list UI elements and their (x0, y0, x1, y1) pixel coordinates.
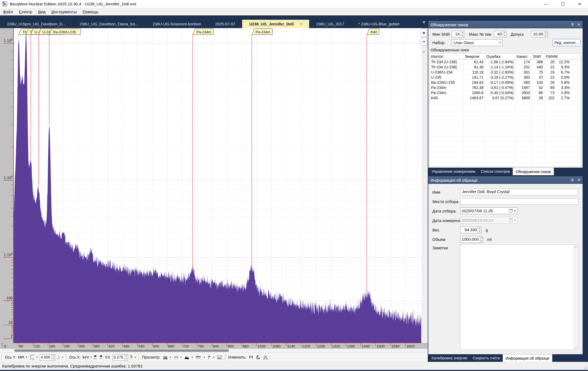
table-cell (515, 121, 532, 126)
x-axis-tick-label: 840 (213, 344, 219, 348)
tab-close-icon[interactable]: × (300, 22, 302, 27)
one-to-one-button[interactable]: 1:1 (105, 355, 110, 359)
sample-place-input[interactable] (460, 198, 578, 205)
y-scale-pow-button[interactable]: POW ▼ (28, 354, 39, 361)
spectrum-chart[interactable]: 1·1051·1041·103100101-560120180240300360… (0, 28, 428, 349)
menu-item-0[interactable]: Файл (0, 9, 16, 15)
weight-spinner[interactable]: 94.330▲▼ (460, 227, 481, 233)
isotope-set-combobox[interactable]: Uran Glass▼ (452, 39, 503, 46)
peaks-view-button[interactable]: ▼ (183, 355, 194, 360)
sample-name-input[interactable]: Jennifer Doll, Boyd Crystal (460, 189, 578, 195)
tab-overflow-button[interactable]: ▼ (421, 21, 427, 26)
peak-label-text: Pa-234m (196, 30, 211, 34)
place-label: Место отбора (432, 199, 458, 204)
hd-toggle-button[interactable]: HD ▼ (172, 355, 183, 360)
spectrum-tab-6[interactable]: * 238U-UG-Blue_goblet (351, 20, 406, 28)
table-header-row[interactable]: ИзотопЭнергияОшибкаКаналSNRFWHM (430, 54, 581, 59)
save-button[interactable] (248, 355, 255, 360)
column-header-0[interactable]: Изотоп (430, 54, 463, 59)
table-cell (556, 131, 571, 136)
y-exponent-spinner[interactable]: 4.000 ▲▼ (40, 354, 55, 360)
min-snr-spinner[interactable]: 14▲▼ (452, 31, 464, 37)
background-toggle-button[interactable]: BG ▼ (161, 355, 172, 360)
axis-x-label: Ось X: (69, 355, 81, 359)
x-sel-button[interactable]: ◀▶SEL (93, 355, 97, 360)
peak-panel-tab-0[interactable]: Управление измерением (429, 168, 478, 175)
sample-date-picker[interactable]: 2025/07/08 11:26 ▼ (460, 207, 517, 214)
menu-item-4[interactable]: Помощь (80, 9, 101, 15)
spectrum-tab-4[interactable]: U238_UG_Jennifer_Doll× (242, 20, 309, 28)
table-cell (515, 101, 532, 105)
column-header-1[interactable]: Энергия (463, 54, 485, 59)
chart-hscrollbar-thumb[interactable] (14, 349, 229, 352)
scroll-up-icon[interactable]: ▲ (574, 245, 577, 248)
table-cell (515, 131, 532, 136)
spectrum-tab-1[interactable]: 238U_UG_Davidson_Diana_bis... (73, 20, 146, 28)
table-row[interactable]: Th-234 (U-238)61.43-1.86 (-2.94%)1743882… (430, 59, 581, 65)
edit-isotopes-button[interactable]: Ред. изотоп... (553, 39, 581, 46)
menu-item-2[interactable]: Вид (35, 9, 48, 15)
x-axis-tick-label: 120 (34, 344, 40, 348)
y-mode-dropdown[interactable]: CNT.▼ (17, 355, 28, 359)
panel-close-icon[interactable]: ✕ (577, 22, 580, 27)
table-row[interactable]: Pa-234m1000.6-0.40 (-0.04%)260386732.8% (430, 90, 581, 95)
scroll-down-icon[interactable]: ▼ (574, 346, 577, 349)
pin-icon[interactable] (571, 178, 574, 182)
menu-item-3[interactable]: Инструменты (48, 9, 80, 15)
peak-panel-tab-1[interactable]: Список спектров (478, 168, 513, 175)
spectrum-tab-3[interactable]: 2025-07-07 (208, 20, 242, 28)
spectrum-tab-2[interactable]: 238U-UG-Sciamont-bonbon (145, 20, 208, 28)
notes-scrollbar[interactable]: ▲▼ (573, 245, 578, 350)
spectrum-tab-0[interactable]: 238U_n15pro_UG_Davidson_D... (0, 20, 73, 28)
marker-flag-button[interactable]: ▼ (206, 355, 216, 360)
cut-button[interactable] (262, 355, 269, 360)
reload-button[interactable] (255, 355, 262, 360)
chart-hscrollbar[interactable] (0, 349, 428, 352)
spectrum-tab-5[interactable]: 238U_UG_3117 (309, 20, 351, 28)
table-cell (485, 106, 515, 111)
pin-icon[interactable] (571, 23, 574, 27)
notes-textarea[interactable]: ▲▼ (460, 244, 578, 350)
panel-close-icon[interactable]: ✕ (577, 178, 580, 182)
x-axis-tick-label: 600 (153, 344, 159, 348)
menu-item-1[interactable]: Спектр (16, 9, 35, 15)
sample-panel-tab-2[interactable]: Информация об образце (503, 354, 553, 362)
table-row[interactable]: Pa-234m762.39-3.61 (-0.47%)198742653.3% (430, 85, 581, 90)
table-row[interactable]: Th-234 (U-238)91.36-1.14 (-1.24%)2524402… (430, 65, 581, 70)
peak-panel-tab-2[interactable]: Обнаружение пиков (513, 168, 554, 175)
column-header-2[interactable]: Ошибка (485, 54, 515, 59)
close-button[interactable]: ✕ (571, 0, 588, 8)
detected-peaks-table[interactable]: ИзотопЭнергияОшибкаКаналSNRFWHMTh-234 (U… (429, 53, 581, 167)
resize-grip[interactable] (583, 366, 587, 369)
table-cell: 5.8% (556, 80, 571, 85)
max-peaks-spinner[interactable]: 40▲▼ (494, 31, 506, 37)
table-cell: 1987 (515, 85, 532, 90)
sample-panel-tab-1[interactable]: Скорость счёта (470, 354, 502, 362)
table-row[interactable]: U-235141.71-3.29 (-2.27%)38337225.9% (430, 75, 581, 80)
maximize-button[interactable] (554, 0, 571, 8)
snapshot-button[interactable] (216, 355, 223, 360)
tolerance-spinner[interactable]: 10.00▲▼ (531, 31, 548, 37)
energy-calibration-button[interactable]: E↔ ▼ (129, 355, 137, 360)
chart-zoom-in-button[interactable]: + (421, 29, 427, 37)
y-fit-button[interactable]: ↕FIT ▼ (56, 354, 64, 360)
column-header-5[interactable]: FWHM (544, 54, 571, 59)
column-header-4[interactable]: SNR (532, 54, 544, 59)
chart-vscroll-up-arrow[interactable]: ▲ (422, 49, 426, 53)
sample-panel-tab-0[interactable]: Калибровка энергии (429, 354, 470, 362)
x-axis-tick-label: 360 (93, 344, 100, 348)
minimize-button[interactable]: — (538, 0, 554, 8)
table-cell: 3.3% (556, 85, 571, 90)
table-cell: 75 (532, 70, 544, 75)
table-row[interactable]: K401463.873.87 (0.27%)3809291022.7% (430, 95, 581, 101)
x-step-spinner[interactable]: 0.275 ▲▼ (113, 354, 128, 360)
table-row[interactable]: Ra-226/U-235184.83-0.17 (-0.09%)49513328… (430, 80, 581, 85)
volume-spinner[interactable]: 1000.000▲▼ (460, 236, 483, 243)
x-unit-dropdown[interactable]: keV▼ (82, 355, 93, 360)
table-row[interactable]: U-238/U-234110.18-3.32 (-2.93%)30175196.… (430, 70, 581, 75)
pow-scale-icon: POW (30, 354, 35, 360)
sma-smoothing-button[interactable]: SMA ▼ (194, 355, 206, 360)
chart-zoom-out-button[interactable]: − (421, 38, 427, 46)
x-fit-button[interactable]: ◀▶FIT (99, 355, 103, 360)
column-header-3[interactable]: Канал (515, 54, 532, 59)
